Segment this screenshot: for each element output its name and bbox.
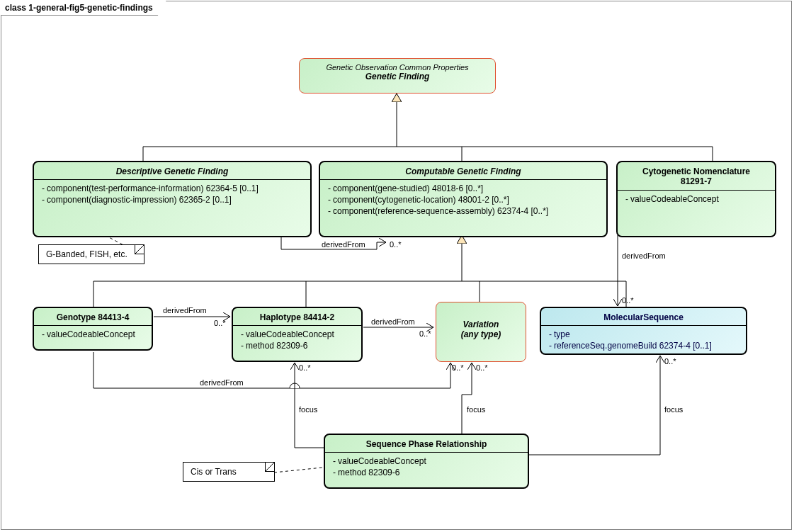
class-cytogenetic-nomenclature: Cytogenetic Nomenclature 81291-7 -valueC…: [616, 161, 776, 237]
class-haplotype: Haplotype 84414-2 -valueCodeableConcept …: [232, 307, 363, 362]
seqphase-attr-2: -method 82309-6: [331, 467, 522, 478]
genotype-title: Genotype 84413-4: [34, 308, 152, 326]
genetic-finding-title: Genetic Finding: [304, 72, 491, 81]
descriptive-attr-2: -component(diagnostic-impression) 62365-…: [40, 194, 305, 205]
cytogenetic-attr-1: -valueCodeableConcept: [623, 193, 769, 205]
diagram-frame: class 1-general-fig5-genetic-findings: [1, 1, 792, 530]
label-mult-3: 0..*: [214, 319, 226, 327]
label-focus-2: focus: [467, 405, 485, 414]
molseq-attr-1: -type: [547, 329, 740, 340]
computable-attr-3: -component(reference-sequence-assembly) …: [326, 205, 601, 217]
label-focus-3: focus: [664, 405, 683, 414]
class-descriptive-genetic-finding: Descriptive Genetic Finding -component(t…: [33, 161, 312, 237]
label-mult-7: 0..*: [476, 363, 488, 372]
label-mult-4: 0..*: [419, 329, 431, 338]
class-computable-genetic-finding: Computable Genetic Finding -component(ge…: [319, 161, 608, 237]
label-mult-2: 0..*: [622, 296, 634, 305]
computable-title: Computable Genetic Finding: [320, 162, 606, 180]
variation-title-1: Variation: [439, 319, 523, 329]
molseq-attr-2: -referenceSeq.genomeBuild 62374-4 [0..1]: [547, 340, 740, 351]
label-focus-1: focus: [299, 405, 317, 414]
label-derivedfrom-5: derivedFrom: [200, 378, 244, 387]
label-derivedfrom-1: derivedFrom: [322, 240, 365, 249]
haplotype-attr-2: -method 82309-6: [239, 340, 356, 351]
label-mult-5: 0..*: [452, 363, 464, 372]
seqphase-attr-1: -valueCodeableConcept: [331, 455, 522, 467]
descriptive-title: Descriptive Genetic Finding: [34, 162, 310, 180]
descriptive-attr-1: -component(test-performance-information)…: [40, 183, 305, 194]
class-sequence-phase-relationship: Sequence Phase Relationship -valueCodeab…: [324, 434, 529, 489]
note-gbanded: G-Banded, FISH, etc.: [38, 244, 144, 264]
variation-title-2: (any type): [439, 329, 523, 339]
computable-attr-1: -component(gene-studied) 48018-6 [0..*]: [326, 183, 601, 194]
seqphase-title: Sequence Phase Relationship: [325, 435, 528, 453]
label-mult-8: 0..*: [664, 357, 676, 366]
frame-title: class 1-general-fig5-genetic-findings: [1, 1, 166, 16]
label-mult-1: 0..*: [390, 240, 402, 249]
note-cistrans: Cis or Trans: [183, 462, 275, 482]
label-derivedfrom-4: derivedFrom: [371, 317, 415, 326]
genetic-finding-subtitle: Genetic Observation Common Properties: [304, 63, 491, 72]
class-variation: Variation (any type): [436, 302, 526, 362]
cytogenetic-title-2: 81291-7: [622, 176, 771, 186]
computable-attr-2: -component(cytogenetic-location) 48001-2…: [326, 194, 601, 205]
class-molecular-sequence: MolecularSequence -type -referenceSeq.ge…: [540, 307, 747, 355]
haplotype-title: Haplotype 84414-2: [233, 308, 361, 326]
label-mult-6: 0..*: [299, 363, 311, 372]
class-genetic-finding: Genetic Observation Common Properties Ge…: [299, 58, 496, 94]
molseq-title: MolecularSequence: [541, 308, 746, 326]
label-derivedfrom-3: derivedFrom: [163, 306, 207, 315]
label-derivedfrom-2: derivedFrom: [622, 251, 666, 260]
cytogenetic-title-1: Cytogenetic Nomenclature: [622, 166, 771, 176]
class-genotype: Genotype 84413-4 -valueCodeableConcept: [33, 307, 153, 351]
genotype-attr-1: -valueCodeableConcept: [40, 329, 146, 340]
haplotype-attr-1: -valueCodeableConcept: [239, 329, 356, 340]
